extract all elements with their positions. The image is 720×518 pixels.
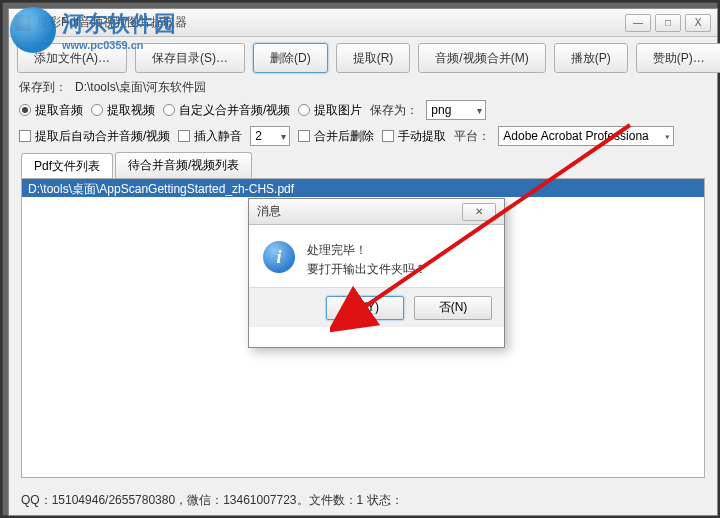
dialog-text: 处理完毕！ 要打开输出文件夹吗？ <box>307 241 427 279</box>
delete-button[interactable]: 删除(D) <box>253 43 328 73</box>
dialog-line1: 处理完毕！ <box>307 241 427 260</box>
status-bar: QQ：15104946/2655780380，微信：13461007723。文件… <box>21 492 705 509</box>
save-dir-button[interactable]: 保存目录(S)… <box>135 43 245 73</box>
platform-select[interactable]: Adobe Acrobat Professiona <box>498 126 674 146</box>
save-to-path: D:\tools\桌面\河东软件园 <box>75 79 206 96</box>
dialog-title: 消息 <box>257 203 462 220</box>
options-row-1: 保存到： D:\tools\桌面\河东软件园 <box>9 75 717 100</box>
tabbar: Pdf文件列表 待合并音频/视频列表 <box>9 152 717 178</box>
chk-insert-silence[interactable]: 插入静音 <box>178 128 242 145</box>
radio-custom-merge[interactable]: 自定义合并音频/视频 <box>163 102 290 119</box>
toolbar: 添加文件(A)… 保存目录(S)… 删除(D) 提取(R) 音频/视频合并(M)… <box>9 37 717 75</box>
silence-seconds-select[interactable]: 2 <box>250 126 290 146</box>
save-as-select[interactable]: png <box>426 100 486 120</box>
dialog-close-button[interactable]: ✕ <box>462 203 496 221</box>
chk-auto-merge[interactable]: 提取后自动合并音频/视频 <box>19 128 170 145</box>
window-title: 度彩Pdf音频视频图片提取器 <box>37 14 625 31</box>
app-icon <box>15 15 31 31</box>
minimize-button[interactable]: — <box>625 14 651 32</box>
radio-extract-video[interactable]: 提取视频 <box>91 102 155 119</box>
close-button[interactable]: X <box>685 14 711 32</box>
chk-delete-after[interactable]: 合并后删除 <box>298 128 374 145</box>
titlebar: 度彩Pdf音频视频图片提取器 — □ X <box>9 9 717 37</box>
save-to-label: 保存到： <box>19 79 67 96</box>
tab-pdf-list[interactable]: Pdf文件列表 <box>21 153 113 179</box>
dialog-line2: 要打开输出文件夹吗？ <box>307 260 427 279</box>
extract-button[interactable]: 提取(R) <box>336 43 411 73</box>
maximize-button[interactable]: □ <box>655 14 681 32</box>
options-row-2: 提取后自动合并音频/视频 插入静音 2 合并后删除 手动提取 平台： Adobe… <box>9 124 717 152</box>
add-file-button[interactable]: 添加文件(A)… <box>17 43 127 73</box>
platform-label: 平台： <box>454 128 490 145</box>
play-button[interactable]: 播放(P) <box>554 43 628 73</box>
chk-manual-extract[interactable]: 手动提取 <box>382 128 446 145</box>
list-item[interactable]: D:\tools\桌面\AppScanGettingStarted_zh-CHS… <box>22 179 704 197</box>
radio-extract-audio[interactable]: 提取音频 <box>19 102 83 119</box>
av-merge-button[interactable]: 音频/视频合并(M) <box>418 43 545 73</box>
info-icon: i <box>263 241 295 273</box>
sponsor-button[interactable]: 赞助(P)… <box>636 43 720 73</box>
dialog-no-button[interactable]: 否(N) <box>414 296 492 320</box>
dialog-titlebar: 消息 ✕ <box>249 199 504 225</box>
radio-extract-image[interactable]: 提取图片 <box>298 102 362 119</box>
message-dialog: 消息 ✕ i 处理完毕！ 要打开输出文件夹吗？ 是(Y) 否(N) <box>248 198 505 348</box>
save-as-label: 保存为： <box>370 102 418 119</box>
dialog-yes-button[interactable]: 是(Y) <box>326 296 404 320</box>
tab-merge-list[interactable]: 待合并音频/视频列表 <box>115 152 252 178</box>
options-row-radios: 提取音频 提取视频 自定义合并音频/视频 提取图片 保存为： png <box>9 100 717 124</box>
